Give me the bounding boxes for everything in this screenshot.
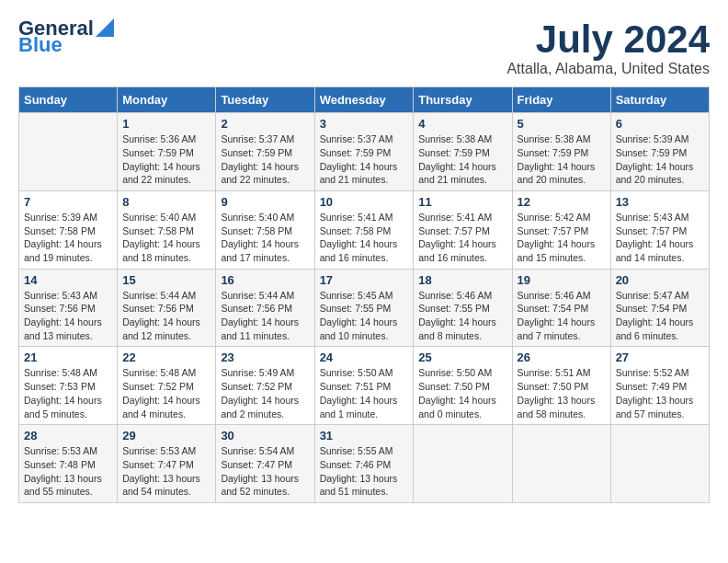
calendar-day-10: 10Sunrise: 5:41 AMSunset: 7:58 PMDayligh… (314, 190, 414, 269)
day-info: Sunrise: 5:46 AMSunset: 7:54 PMDaylight:… (518, 289, 606, 343)
day-number: 2 (221, 117, 309, 131)
day-info: Sunrise: 5:53 AMSunset: 7:48 PMDaylight:… (24, 444, 112, 499)
calendar-empty-cell (19, 113, 118, 191)
svg-marker-0 (96, 18, 114, 37)
calendar-day-5: 5Sunrise: 5:38 AMSunset: 7:59 PMDaylight… (512, 113, 610, 191)
header-tuesday: Tuesday (216, 87, 314, 113)
day-info: Sunrise: 5:42 AMSunset: 7:57 PMDaylight:… (518, 211, 606, 265)
day-info: Sunrise: 5:52 AMSunset: 7:49 PMDaylight:… (616, 366, 704, 420)
calendar-week-row: 21Sunrise: 5:48 AMSunset: 7:53 PMDayligh… (19, 347, 710, 425)
calendar-body: 1Sunrise: 5:36 AMSunset: 7:59 PMDaylight… (19, 113, 710, 503)
calendar-day-31: 31Sunrise: 5:55 AMSunset: 7:46 PMDayligh… (314, 425, 414, 503)
calendar-day-25: 25Sunrise: 5:50 AMSunset: 7:50 PMDayligh… (414, 347, 512, 425)
header-thursday: Thursday (414, 87, 512, 113)
day-info: Sunrise: 5:53 AMSunset: 7:47 PMDaylight:… (122, 444, 210, 499)
calendar-day-23: 23Sunrise: 5:49 AMSunset: 7:52 PMDayligh… (216, 347, 314, 425)
calendar-week-row: 1Sunrise: 5:36 AMSunset: 7:59 PMDaylight… (19, 113, 710, 191)
day-number: 16 (221, 273, 309, 287)
calendar-day-2: 2Sunrise: 5:37 AMSunset: 7:59 PMDaylight… (216, 113, 314, 191)
day-number: 19 (518, 273, 606, 287)
day-info: Sunrise: 5:49 AMSunset: 7:52 PMDaylight:… (221, 366, 309, 420)
day-info: Sunrise: 5:45 AMSunset: 7:55 PMDaylight:… (320, 289, 409, 343)
calendar-day-14: 14Sunrise: 5:43 AMSunset: 7:56 PMDayligh… (19, 269, 118, 347)
logo-arrow-icon (96, 18, 114, 37)
calendar-day-24: 24Sunrise: 5:50 AMSunset: 7:51 PMDayligh… (314, 347, 414, 425)
day-number: 20 (616, 273, 704, 287)
day-number: 25 (418, 350, 506, 364)
month-title: July 2024 (506, 18, 710, 61)
header-friday: Friday (512, 87, 610, 113)
header-monday: Monday (118, 87, 216, 113)
day-info: Sunrise: 5:44 AMSunset: 7:56 PMDaylight:… (221, 289, 309, 343)
day-info: Sunrise: 5:55 AMSunset: 7:46 PMDaylight:… (320, 444, 409, 499)
calendar-week-row: 7Sunrise: 5:39 AMSunset: 7:58 PMDaylight… (19, 190, 710, 269)
calendar-day-16: 16Sunrise: 5:44 AMSunset: 7:56 PMDayligh… (216, 269, 314, 347)
day-info: Sunrise: 5:37 AMSunset: 7:59 PMDaylight:… (221, 132, 309, 187)
day-number: 31 (320, 429, 409, 442)
day-info: Sunrise: 5:50 AMSunset: 7:51 PMDaylight:… (320, 366, 409, 420)
day-info: Sunrise: 5:48 AMSunset: 7:52 PMDaylight:… (122, 366, 210, 420)
calendar-day-9: 9Sunrise: 5:40 AMSunset: 7:58 PMDaylight… (216, 190, 314, 269)
calendar-day-20: 20Sunrise: 5:47 AMSunset: 7:54 PMDayligh… (610, 269, 709, 347)
day-info: Sunrise: 5:46 AMSunset: 7:55 PMDaylight:… (418, 289, 506, 343)
day-number: 8 (122, 195, 210, 209)
day-number: 15 (122, 273, 210, 287)
day-info: Sunrise: 5:39 AMSunset: 7:58 PMDaylight:… (24, 211, 112, 265)
day-info: Sunrise: 5:44 AMSunset: 7:56 PMDaylight:… (122, 289, 210, 343)
day-number: 22 (122, 350, 210, 364)
day-number: 17 (320, 273, 409, 287)
calendar-day-7: 7Sunrise: 5:39 AMSunset: 7:58 PMDaylight… (19, 190, 118, 269)
day-number: 9 (221, 195, 309, 209)
logo-text-blue: Blue (18, 35, 63, 55)
calendar-empty-cell (512, 425, 610, 503)
day-info: Sunrise: 5:43 AMSunset: 7:57 PMDaylight:… (616, 211, 704, 265)
day-number: 1 (122, 117, 210, 131)
calendar-day-29: 29Sunrise: 5:53 AMSunset: 7:47 PMDayligh… (118, 425, 216, 503)
calendar-header-row: SundayMondayTuesdayWednesdayThursdayFrid… (19, 87, 710, 113)
calendar-day-17: 17Sunrise: 5:45 AMSunset: 7:55 PMDayligh… (314, 269, 414, 347)
day-number: 7 (24, 195, 112, 209)
header-saturday: Saturday (610, 87, 709, 113)
day-info: Sunrise: 5:38 AMSunset: 7:59 PMDaylight:… (518, 132, 606, 187)
day-number: 27 (616, 350, 704, 364)
day-number: 30 (221, 429, 309, 442)
header-wednesday: Wednesday (314, 87, 414, 113)
day-info: Sunrise: 5:47 AMSunset: 7:54 PMDaylight:… (616, 289, 704, 343)
day-number: 23 (221, 350, 309, 364)
day-number: 26 (518, 350, 606, 364)
day-info: Sunrise: 5:40 AMSunset: 7:58 PMDaylight:… (221, 211, 309, 265)
day-info: Sunrise: 5:41 AMSunset: 7:58 PMDaylight:… (320, 211, 409, 265)
calendar-day-30: 30Sunrise: 5:54 AMSunset: 7:47 PMDayligh… (216, 425, 314, 503)
day-info: Sunrise: 5:40 AMSunset: 7:58 PMDaylight:… (122, 211, 210, 265)
calendar-empty-cell (414, 425, 512, 503)
day-info: Sunrise: 5:54 AMSunset: 7:47 PMDaylight:… (221, 444, 309, 499)
day-info: Sunrise: 5:43 AMSunset: 7:56 PMDaylight:… (24, 289, 112, 343)
day-number: 10 (320, 195, 409, 209)
day-number: 29 (122, 429, 210, 442)
day-number: 11 (418, 195, 506, 209)
day-info: Sunrise: 5:50 AMSunset: 7:50 PMDaylight:… (418, 366, 506, 420)
day-number: 21 (24, 350, 112, 364)
calendar-day-11: 11Sunrise: 5:41 AMSunset: 7:57 PMDayligh… (414, 190, 512, 269)
calendar-day-13: 13Sunrise: 5:43 AMSunset: 7:57 PMDayligh… (610, 190, 709, 269)
day-number: 18 (418, 273, 506, 287)
calendar-day-3: 3Sunrise: 5:37 AMSunset: 7:59 PMDaylight… (314, 113, 414, 191)
day-info: Sunrise: 5:36 AMSunset: 7:59 PMDaylight:… (122, 132, 210, 187)
day-number: 14 (24, 273, 112, 287)
day-info: Sunrise: 5:48 AMSunset: 7:53 PMDaylight:… (24, 366, 112, 420)
calendar-empty-cell (610, 425, 709, 503)
day-number: 6 (616, 117, 704, 131)
day-number: 24 (320, 350, 409, 364)
calendar-day-18: 18Sunrise: 5:46 AMSunset: 7:55 PMDayligh… (414, 269, 512, 347)
calendar-day-21: 21Sunrise: 5:48 AMSunset: 7:53 PMDayligh… (19, 347, 118, 425)
calendar-week-row: 28Sunrise: 5:53 AMSunset: 7:48 PMDayligh… (19, 425, 710, 503)
calendar-day-22: 22Sunrise: 5:48 AMSunset: 7:52 PMDayligh… (118, 347, 216, 425)
day-number: 13 (616, 195, 704, 209)
day-info: Sunrise: 5:37 AMSunset: 7:59 PMDaylight:… (320, 132, 409, 187)
calendar-day-19: 19Sunrise: 5:46 AMSunset: 7:54 PMDayligh… (512, 269, 610, 347)
calendar-day-27: 27Sunrise: 5:52 AMSunset: 7:49 PMDayligh… (610, 347, 709, 425)
calendar-day-26: 26Sunrise: 5:51 AMSunset: 7:50 PMDayligh… (512, 347, 610, 425)
day-info: Sunrise: 5:39 AMSunset: 7:59 PMDaylight:… (616, 132, 704, 187)
calendar-day-8: 8Sunrise: 5:40 AMSunset: 7:58 PMDaylight… (118, 190, 216, 269)
day-number: 12 (518, 195, 606, 209)
